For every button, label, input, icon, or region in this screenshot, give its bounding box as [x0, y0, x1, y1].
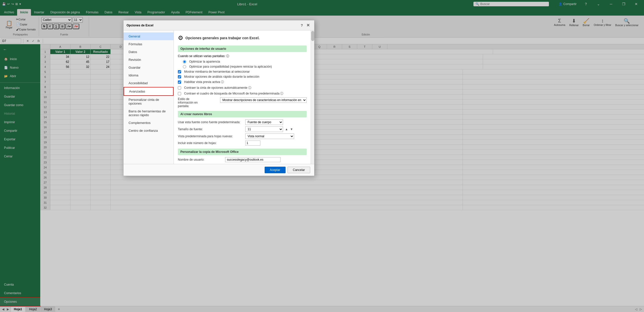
dialog-header: ⚙ Opciones generales para trabajar con E… [178, 34, 307, 41]
dialog-overlay: Opciones de Excel ? ✕ General Fórmulas D… [0, 0, 644, 312]
dialog-nav-complementos[interactable]: Complementos [124, 119, 174, 127]
estilo-info-row: Estilo deinformación enpantalla: Mostrar… [178, 97, 307, 108]
check-analisis-label: Mostrar opciones de análisis rápido dura… [184, 75, 259, 78]
dialog-header-text: Opciones generales para trabajar con Exc… [185, 36, 260, 40]
dialog-nav-confianza[interactable]: Centro de confianza [124, 127, 174, 135]
radio-compatibilidad-row: Optimizar para compatibilidad (requiere … [183, 65, 307, 68]
check-vista-previa-label: Habilitar vista previa activa ⓘ [184, 80, 224, 84]
dialog-nav-guardar[interactable]: Guardar [124, 64, 174, 71]
dialog-content: ⚙ Opciones generales para trabajar con E… [174, 30, 311, 164]
estilo-info-label: Estilo deinformación enpantalla: [178, 97, 218, 108]
tamano-fuente-select[interactable]: 11 10 12 [245, 126, 283, 132]
check-contraer-cinta[interactable] [178, 86, 181, 90]
nombre-usuario-row: Nombre de usuario: [178, 157, 307, 162]
check-contraer-cinta-row: Contraer la cinta de opciones automática… [178, 86, 307, 90]
dialog-footer: Aceptar Cancelar [124, 164, 314, 176]
fuente-default-select[interactable]: Fuente de cuerpo Calibri Arial [245, 119, 283, 125]
dialog-nav-revision[interactable]: Revisión [124, 56, 174, 64]
check-busqueda-row: Contraer el cuadro de búsqueda de Micros… [178, 92, 307, 96]
check-minibarra-row: Mostrar minibarra de herramientas al sel… [178, 70, 307, 73]
check-analisis[interactable] [178, 75, 181, 78]
dialog-cancelar-button[interactable]: Cancelar [288, 167, 310, 173]
dialog-nav: General Fórmulas Datos Revisión Guardar … [124, 30, 174, 164]
dialog-help-icon[interactable]: ? [301, 23, 303, 27]
pantallas-label-row: Cuando se utilizan varias pantallas: ⓘ [178, 54, 307, 58]
vista-default-label: Vista predeterminada para hojas nuevas: [178, 135, 243, 138]
check-analisis-row: Mostrar opciones de análisis rápido dura… [178, 75, 307, 78]
dialog-scrollbar-thumb[interactable] [311, 31, 314, 41]
vista-default-row: Vista predeterminada para hojas nuevas: … [178, 133, 307, 139]
check-minibarra[interactable] [178, 70, 181, 73]
dialog-nav-general[interactable]: General [124, 32, 174, 40]
dialog-title-controls: ? ✕ [301, 22, 311, 28]
options-icon: ⚙ [178, 34, 183, 41]
section-interfaz: Opciones de interfaz de usuario [178, 46, 307, 52]
dialog-body: General Fórmulas Datos Revisión Guardar … [124, 30, 314, 164]
fuente-default-label: Usar esta fuente como fuente predetermin… [178, 120, 243, 124]
dialog-title-bar: Opciones de Excel ? ✕ [124, 20, 314, 30]
excel-options-dialog: Opciones de Excel ? ✕ General Fórmulas D… [123, 20, 314, 176]
check-contraer-cinta-label: Contraer la cinta de opciones automática… [184, 86, 251, 90]
estilo-info-select[interactable]: Mostrar descripciones de características… [220, 97, 307, 103]
radio-optimizar-apariencia[interactable] [183, 60, 186, 63]
dialog-aceptar-button[interactable]: Aceptar [265, 167, 286, 173]
pantallas-label: Cuando se utilizan varias pantallas: ⓘ [178, 54, 229, 58]
num-hojas-label: Incluir este número de hojas: [178, 141, 243, 145]
dialog-scrollbar[interactable] [311, 30, 314, 164]
check-busqueda-label: Contraer el cuadro de búsqueda de Micros… [184, 92, 283, 96]
section-personalizar: Personalizar la copia de Microsoft Offic… [178, 149, 307, 155]
dialog-nav-accesibilidad[interactable]: Accesibilidad [124, 79, 174, 87]
dialog-nav-idioma[interactable]: Idioma [124, 71, 174, 79]
vista-default-select[interactable]: Vista normal Vista de diseño de página V… [245, 133, 294, 139]
nombre-usuario-label: Nombre de usuario: [178, 158, 223, 161]
check-vista-previa[interactable] [178, 80, 181, 84]
dialog-close-button[interactable]: ✕ [305, 22, 311, 28]
num-hojas-row: Incluir este número de hojas: [178, 141, 307, 146]
tamano-down-icon[interactable]: ▼ [290, 127, 293, 131]
section-nuevos-libros: Al crear nuevos libros [178, 111, 307, 117]
dialog-nav-barra[interactable]: Barra de herramientas de acceso rápido [124, 107, 174, 119]
radio-compatibilidad[interactable] [183, 65, 186, 68]
tamano-fuente-row: Tamaño de fuente: 11 10 12 ▲ ▼ [178, 126, 307, 132]
num-hojas-input[interactable] [245, 141, 260, 146]
radio-compatibilidad-label: Optimizar para compatibilidad (requiere … [189, 65, 272, 68]
dialog-nav-formulas[interactable]: Fórmulas [124, 40, 174, 48]
fuente-default-row: Usar esta fuente como fuente predetermin… [178, 119, 307, 125]
check-minibarra-label: Mostrar minibarra de herramientas al sel… [184, 70, 250, 73]
check-busqueda[interactable] [178, 92, 181, 95]
dialog-nav-avanzadas[interactable]: Avanzadas [124, 87, 174, 96]
radio-optimizar-apariencia-label: Optimizar la apariencia [189, 60, 220, 63]
tamano-fuente-label: Tamaño de fuente: [178, 127, 243, 131]
dialog-nav-datos[interactable]: Datos [124, 48, 174, 56]
nombre-usuario-input[interactable] [225, 157, 280, 162]
tamano-up-icon[interactable]: ▲ [285, 127, 288, 131]
check-vista-previa-row: Habilitar vista previa activa ⓘ [178, 80, 307, 84]
dialog-nav-personalizar[interactable]: Personalizar cinta de opciones [124, 96, 174, 107]
radio-optimizar-apariencia-row: Optimizar la apariencia [183, 60, 307, 63]
dialog-title: Opciones de Excel [127, 24, 153, 27]
